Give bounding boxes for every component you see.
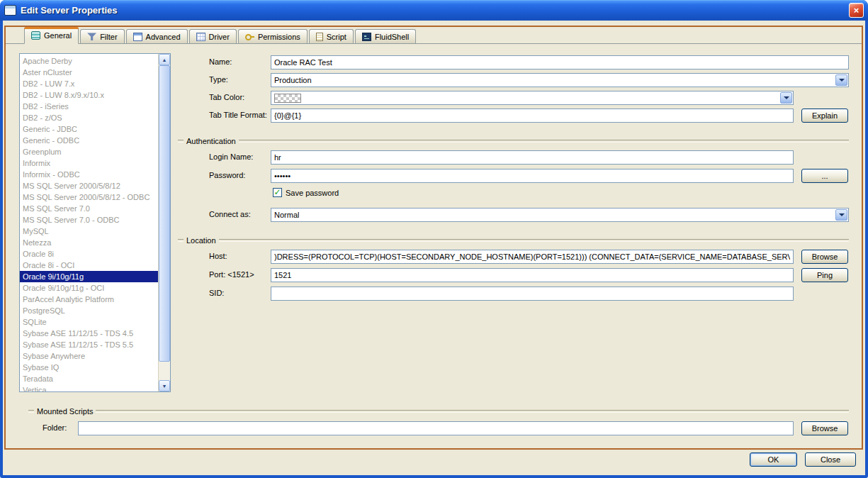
type-dropdown-button[interactable] [835, 74, 847, 86]
sid-input[interactable] [271, 287, 794, 301]
list-item[interactable]: Aster nCluster [20, 67, 158, 78]
dialog-client-area: GeneralFilterAdvancedDriverPermissionsSc… [3, 21, 865, 475]
close-button[interactable]: Close [805, 452, 856, 467]
login-name-input[interactable] [271, 150, 794, 165]
mounted-scripts-title: Mounted Scripts [37, 407, 93, 416]
list-item[interactable]: Generic - ODBC [20, 135, 158, 146]
edit-server-properties-dialog: Edit Server Properties × GeneralFilterAd… [0, 0, 868, 478]
list-item[interactable]: Sybase Anywhere [20, 350, 158, 362]
ok-button[interactable]: OK [750, 452, 797, 467]
list-item[interactable]: Sybase ASE 11/12/15 - TDS 4.5 [20, 328, 158, 339]
list-item[interactable]: Teradata [20, 373, 158, 384]
list-item[interactable]: DB2 - LUW 8.x/9.x/10.x [20, 89, 158, 101]
tab-filter[interactable]: Filter [80, 29, 124, 43]
list-item[interactable]: Sybase ASE 11/12/15 - TDS 5.5 [20, 339, 158, 350]
list-item[interactable]: Oracle 9i/10g/11g [20, 271, 158, 282]
list-item[interactable]: Oracle 9i/10g/11g - OCI [20, 282, 158, 294]
permissions-tab-icon [245, 33, 254, 41]
name-input[interactable] [271, 55, 849, 70]
port-label: Port: <1521> [209, 270, 254, 279]
list-item[interactable]: Generic - JDBC [20, 123, 158, 135]
folder-input[interactable] [78, 421, 794, 435]
tab-label: FluidShell [375, 33, 409, 41]
tab-fluidshell[interactable]: FluidShell [355, 29, 416, 43]
tab-script[interactable]: Script [309, 29, 354, 43]
list-scrollbar[interactable]: ▲ ▼ [158, 54, 170, 391]
location-title: Location [186, 236, 216, 245]
tab-title-format-label: Tab Title Format: [209, 111, 267, 119]
tab-label: Permissions [258, 33, 300, 41]
driver-tab-icon [196, 33, 205, 41]
connect-as-value: Normal [274, 211, 299, 219]
list-item[interactable]: DB2 - z/OS [20, 112, 158, 123]
list-item[interactable]: PostgreSQL [20, 305, 158, 316]
authentication-separator: Authentication [178, 136, 849, 146]
tab-color-label: Tab Color: [209, 93, 244, 101]
list-item[interactable]: DB2 - iSeries [20, 101, 158, 112]
host-input[interactable] [271, 250, 794, 264]
server-type-list-items: Apache DerbyAster nClusterDB2 - LUW 7.xD… [20, 54, 158, 391]
list-item[interactable]: DB2 - LUW 7.x [20, 78, 158, 89]
tab-general[interactable]: General [24, 27, 79, 44]
list-item[interactable]: MS SQL Server 7.0 - ODBC [20, 214, 158, 226]
tab-label: Script [327, 33, 346, 41]
list-item[interactable]: Netezza [20, 237, 158, 248]
list-item[interactable]: Apache Derby [20, 55, 158, 67]
type-select[interactable]: Production [271, 73, 849, 87]
list-item[interactable]: Informix - ODBC [20, 169, 158, 180]
explain-button[interactable]: Explain [801, 109, 848, 123]
advanced-tab-icon [133, 33, 142, 41]
list-item[interactable]: MS SQL Server 2000/5/8/12 - ODBC [20, 191, 158, 203]
name-label: Name: [209, 57, 232, 66]
list-item[interactable]: SQLite [20, 316, 158, 328]
password-input[interactable] [271, 169, 794, 183]
tab-driver[interactable]: Driver [189, 29, 237, 43]
list-item[interactable]: Oracle 8i - OCI [20, 260, 158, 271]
title-bar[interactable]: Edit Server Properties × [0, 0, 868, 21]
tab-label: Driver [209, 33, 230, 41]
list-item[interactable]: Vertica [20, 384, 158, 391]
transparent-color-swatch [274, 94, 301, 103]
port-input[interactable] [271, 268, 794, 282]
list-item[interactable]: ParAccel Analytic Platform [20, 294, 158, 305]
separator-line [28, 410, 34, 413]
list-item[interactable]: Sybase IQ [20, 362, 158, 373]
check-icon: ✓ [274, 188, 281, 197]
chevron-down-icon [839, 79, 845, 82]
tab-panel-frame: GeneralFilterAdvancedDriverPermissionsSc… [4, 26, 863, 450]
list-item[interactable]: MySQL [20, 226, 158, 237]
list-item[interactable]: Oracle 8i [20, 248, 158, 260]
type-label: Type: [209, 75, 228, 84]
tab-permissions[interactable]: Permissions [238, 29, 308, 43]
sid-label: SID: [209, 289, 224, 297]
filter-tab-icon [87, 33, 96, 41]
scroll-track[interactable] [159, 65, 170, 380]
tab-title-format-input[interactable] [271, 109, 794, 123]
host-label: Host: [209, 252, 227, 260]
list-item[interactable]: Greenplum [20, 146, 158, 157]
list-item[interactable]: Informix [20, 157, 158, 169]
server-type-list[interactable]: Apache DerbyAster nClusterDB2 - LUW 7.xD… [19, 53, 171, 392]
tab-label: Filter [100, 33, 117, 41]
tab-color-dropdown-button[interactable] [780, 92, 792, 104]
scroll-thumb[interactable] [159, 65, 170, 362]
host-browse-button[interactable]: Browse [801, 250, 848, 264]
checkbox-box: ✓ [273, 188, 282, 197]
general-tab-icon [31, 31, 40, 40]
tab-color-select[interactable] [271, 91, 794, 105]
password-ellipsis-button[interactable]: ... [801, 169, 848, 183]
tab-advanced[interactable]: Advanced [126, 29, 188, 43]
chevron-down-icon [839, 213, 845, 216]
scroll-down-button[interactable]: ▼ [159, 380, 170, 391]
tab-label: Advanced [146, 33, 181, 41]
connect-as-dropdown-button[interactable] [835, 209, 847, 221]
list-item[interactable]: MS SQL Server 2000/5/8/12 [20, 180, 158, 191]
close-icon[interactable]: × [849, 3, 864, 18]
folder-browse-button[interactable]: Browse [801, 421, 848, 435]
connect-as-select[interactable]: Normal [271, 208, 849, 222]
login-name-label: Login Name: [209, 152, 253, 161]
save-password-checkbox[interactable]: ✓ Save password [273, 188, 339, 197]
list-item[interactable]: MS SQL Server 7.0 [20, 203, 158, 214]
ping-button[interactable]: Ping [801, 268, 848, 282]
scroll-up-button[interactable]: ▲ [159, 54, 170, 65]
